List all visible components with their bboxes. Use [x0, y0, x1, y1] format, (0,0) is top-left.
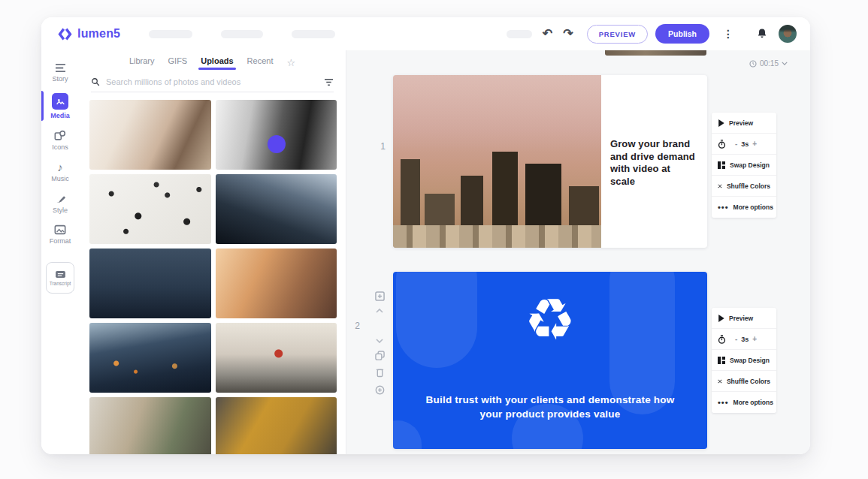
scene-1-row: 1 Grow your brand and drive demand with … [346, 75, 810, 248]
sidebar-item-story[interactable]: Story [41, 58, 79, 88]
add-media-circle-icon[interactable] [374, 385, 386, 395]
sidebar-item-media[interactable]: Media [41, 88, 79, 125]
play-icon [718, 119, 724, 127]
media-tile[interactable] [89, 323, 211, 393]
more-options-action[interactable]: ••• More options [712, 392, 776, 413]
total-duration[interactable]: 00:15 [749, 59, 788, 68]
swap-design-icon [718, 357, 725, 364]
publish-button[interactable]: Publish [655, 24, 709, 44]
scene-2-caption[interactable]: Build trust with your clients and demons… [418, 393, 682, 422]
notifications-bell-icon[interactable] [756, 28, 768, 40]
add-scene-icon[interactable] [374, 291, 386, 301]
scene-number: 2 [355, 321, 360, 331]
media-icon [52, 93, 68, 110]
sidebar-item-music[interactable]: ♪ Music [41, 156, 79, 188]
media-tabs: Library GIFS Uploads Recent ☆ [79, 50, 346, 73]
sidebar-item-format[interactable]: Format [41, 219, 79, 250]
shuffle-colors-action[interactable]: Shuffle Colors [712, 371, 776, 392]
stopwatch-icon [718, 140, 726, 149]
city-lowrise [393, 225, 601, 248]
city-building [569, 186, 599, 248]
duration-value: 3s [741, 140, 749, 148]
duration-minus-button[interactable]: - [731, 335, 741, 343]
duration-plus-button[interactable]: + [749, 140, 761, 148]
media-tile[interactable] [89, 249, 211, 318]
scene-2-actions: Preview - 3s + [712, 308, 776, 413]
city-building [461, 176, 483, 248]
scene-1-card[interactable]: Grow your brand and drive demand with vi… [393, 75, 707, 248]
media-grid [89, 100, 337, 454]
duration-value: 3s [741, 336, 749, 343]
scene-1-image[interactable] [393, 75, 601, 248]
sidebar-item-icons[interactable]: Icons [41, 125, 79, 156]
city-building [492, 152, 518, 248]
scene-1-actions: Preview - 3s + [712, 113, 776, 218]
search-input[interactable] [106, 77, 318, 86]
tab-library[interactable]: Library [129, 56, 155, 68]
icons-icon [54, 130, 66, 141]
sidebar-item-style[interactable]: Style [41, 188, 79, 219]
lumen5-logo[interactable]: lumen5 [58, 27, 120, 41]
logo-text: lumen5 [77, 27, 120, 41]
tab-uploads[interactable]: Uploads [201, 56, 233, 68]
move-scene-down-icon[interactable] [374, 339, 386, 343]
media-tile[interactable] [216, 174, 337, 244]
media-tile[interactable] [216, 249, 337, 318]
more-menu-icon[interactable]: ⋮ [723, 28, 733, 40]
swap-design-action[interactable]: Swap Design [712, 350, 776, 371]
move-scene-up-icon[interactable] [374, 309, 386, 313]
city-building [425, 194, 455, 248]
media-tile[interactable] [216, 323, 337, 393]
media-tile[interactable] [89, 100, 211, 170]
favorites-star-icon[interactable]: ☆ [286, 57, 295, 68]
preview-button[interactable]: PREVIEW [587, 25, 648, 44]
tab-gifs[interactable]: GIFS [168, 56, 188, 68]
redo-icon[interactable]: ↷ [563, 28, 573, 40]
chevron-down-icon [782, 62, 788, 65]
swap-design-action[interactable]: Swap Design [712, 155, 776, 176]
stopwatch-icon [718, 335, 726, 344]
media-tile[interactable] [216, 100, 337, 170]
decor-pill [393, 420, 422, 449]
previous-scene-edge[interactable] [605, 50, 706, 56]
format-icon [54, 224, 66, 235]
filter-icon[interactable] [324, 78, 334, 86]
shuffle-icon [718, 378, 722, 385]
preview-action[interactable]: Preview [712, 113, 776, 134]
undo-icon[interactable]: ↶ [543, 28, 552, 40]
more-options-action[interactable]: ••• More options [712, 197, 776, 218]
scene-1-rail: 1 [346, 75, 393, 248]
duration-plus-button[interactable]: + [749, 335, 761, 343]
tab-recent[interactable]: Recent [247, 56, 274, 68]
style-icon [55, 193, 66, 204]
media-tile[interactable] [89, 174, 211, 244]
media-tile[interactable] [216, 397, 337, 454]
faded-header-item [221, 30, 263, 38]
transcript-icon [55, 270, 66, 279]
media-search [91, 77, 334, 92]
swap-design-icon [718, 161, 725, 169]
scene-1-headline[interactable]: Grow your brand and drive demand with vi… [601, 75, 707, 248]
duration-minus-button[interactable]: - [731, 140, 741, 148]
delete-scene-icon[interactable] [374, 368, 386, 378]
duration-stepper: - 3s + [712, 329, 776, 350]
shuffle-colors-action[interactable]: Shuffle Colors [712, 176, 776, 197]
active-indicator [41, 91, 44, 121]
duplicate-scene-icon[interactable] [374, 351, 386, 360]
city-building [401, 159, 420, 248]
city-building [525, 164, 561, 248]
shuffle-icon [718, 182, 722, 190]
user-avatar[interactable] [779, 25, 797, 43]
loading-dot [268, 135, 286, 153]
story-icon [55, 63, 66, 73]
media-panel: Library GIFS Uploads Recent ☆ [79, 50, 346, 454]
scene-2-rail: 2 [346, 272, 393, 449]
preview-action[interactable]: Preview [712, 308, 776, 329]
faded-header-item [292, 30, 335, 38]
scene-canvas: 00:15 1 [346, 50, 810, 454]
media-tile[interactable] [89, 397, 211, 454]
transcript-button[interactable]: Transcript [46, 262, 74, 294]
scene-2-row: 2 [346, 272, 810, 449]
scene-2-card[interactable]: ♻ Build trust with your clients and demo… [393, 272, 707, 449]
play-icon [718, 315, 724, 322]
